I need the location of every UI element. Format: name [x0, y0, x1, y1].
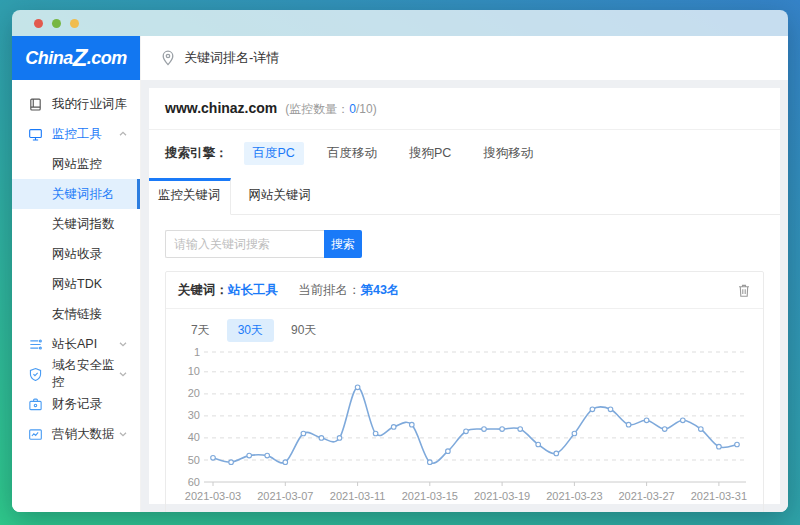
- chevron-down-icon: [118, 429, 128, 439]
- keyword-value: 站长工具: [228, 282, 278, 299]
- svg-text:2021-03-15: 2021-03-15: [402, 490, 458, 502]
- breadcrumb: 关键词排名-详情: [184, 49, 279, 67]
- svg-text:2021-03-23: 2021-03-23: [546, 490, 602, 502]
- svg-text:50: 50: [188, 454, 200, 466]
- engine-option-baidu-mobile[interactable]: 百度移动: [318, 142, 386, 165]
- keyword-card-header: 关键词： 站长工具 当前排名： 第43名: [166, 272, 763, 309]
- sidebar-item-keyword-index[interactable]: 关键词指数: [12, 209, 140, 239]
- range-90d-button[interactable]: 90天: [280, 319, 327, 342]
- delete-keyword-button[interactable]: [737, 283, 751, 298]
- chevron-down-icon: [118, 339, 128, 349]
- logo-text: China: [25, 48, 73, 69]
- sidebar-item-label: 监控工具: [52, 126, 102, 143]
- app-window: ChinaZ.com 我的行业词库 监控工具: [12, 10, 788, 512]
- svg-text:2021-03-31: 2021-03-31: [691, 490, 747, 502]
- shield-icon: [28, 366, 44, 382]
- sidebar-item-keyword-rank[interactable]: 关键词排名: [12, 179, 140, 209]
- sidebar-item-friend-links[interactable]: 友情链接: [12, 299, 140, 329]
- logo-text-suffix: .com: [87, 48, 127, 69]
- marketing-icon: [28, 426, 44, 442]
- api-icon: [28, 336, 44, 352]
- close-window-dot[interactable]: [34, 19, 43, 28]
- site-header: www.chinaz.com (监控数量：0/10): [149, 88, 780, 130]
- sidebar-item-label: 营销大数据: [52, 426, 115, 443]
- sidebar-item-label: 财务记录: [52, 396, 102, 413]
- app-body: ChinaZ.com 我的行业词库 监控工具: [12, 36, 788, 512]
- svg-text:2021-03-11: 2021-03-11: [330, 490, 385, 502]
- main-panel: www.chinaz.com (监控数量：0/10) 搜索引擎： 百度PC 百度…: [149, 88, 780, 504]
- sidebar-item-domain-security[interactable]: 域名安全监控: [12, 359, 140, 389]
- range-30d-button[interactable]: 30天: [227, 319, 274, 342]
- sidebar-item-industry-lexicon[interactable]: 我的行业词库: [12, 89, 140, 119]
- book-icon: [28, 96, 44, 112]
- window-titlebar: [12, 10, 788, 36]
- sidebar-item-finance-records[interactable]: 财务记录: [12, 389, 140, 419]
- svg-text:10: 10: [188, 365, 200, 377]
- svg-text:2021-03-07: 2021-03-07: [257, 490, 313, 502]
- sidebar-item-label: 我的行业词库: [52, 96, 127, 113]
- engine-option-baidu-pc[interactable]: 百度PC: [244, 142, 304, 165]
- maximize-window-dot[interactable]: [70, 19, 79, 28]
- location-pin-icon: [161, 50, 175, 66]
- sidebar-item-webmaster-api[interactable]: 站长API: [12, 329, 140, 359]
- minimize-window-dot[interactable]: [52, 19, 61, 28]
- svg-text:2021-03-27: 2021-03-27: [618, 490, 674, 502]
- svg-text:30: 30: [188, 409, 200, 421]
- logo-z: Z: [73, 49, 87, 67]
- sidebar-item-monitor-tools[interactable]: 监控工具: [12, 119, 140, 149]
- current-rank-label: 当前排名：: [298, 282, 361, 299]
- svg-text:40: 40: [188, 431, 200, 443]
- chevron-up-icon: [118, 129, 128, 139]
- search-engine-row: 搜索引擎： 百度PC 百度移动 搜狗PC 搜狗移动: [149, 130, 780, 175]
- keyword-tabs: 监控关键词 网站关键词: [149, 178, 780, 215]
- current-rank-value: 第43名: [361, 282, 400, 299]
- search-button[interactable]: 搜索: [324, 230, 362, 258]
- engine-option-sogou-pc[interactable]: 搜狗PC: [400, 142, 460, 165]
- tab-monitored-keywords[interactable]: 监控关键词: [149, 178, 231, 215]
- site-domain: www.chinaz.com: [165, 100, 277, 116]
- monitor-icon: [28, 126, 44, 142]
- wallet-icon: [28, 396, 44, 412]
- keyword-label: 关键词：: [178, 282, 228, 299]
- keyword-card: 关键词： 站长工具 当前排名： 第43名 7天 30天 90天: [165, 271, 764, 512]
- sidebar-item-marketing-bigdata[interactable]: 营销大数据: [12, 419, 140, 449]
- sidebar-item-site-tdk[interactable]: 网站TDK: [12, 269, 140, 299]
- search-engine-label: 搜索引擎：: [165, 145, 228, 162]
- sidebar-item-site-monitor[interactable]: 网站监控: [12, 149, 140, 179]
- rank-trend-chart: 11020304050602021-03-032021-03-072021-03…: [166, 342, 763, 512]
- svg-text:2021-03-19: 2021-03-19: [474, 490, 530, 502]
- sidebar-item-label: 域名安全监控: [52, 357, 118, 391]
- svg-text:1: 1: [194, 346, 200, 358]
- chinaz-logo[interactable]: ChinaZ.com: [12, 36, 140, 80]
- monitor-count: (监控数量：0/10): [285, 101, 376, 118]
- content-area: www.chinaz.com (监控数量：0/10) 搜索引擎： 百度PC 百度…: [141, 80, 788, 512]
- sidebar: 我的行业词库 监控工具 网站监控 关键词排名 关键词指数 网站收录 网站TDK …: [12, 80, 140, 512]
- chevron-down-icon: [118, 369, 128, 379]
- main-column: 关键词排名-详情 www.chinaz.com (监控数量：0/10) 搜索引擎…: [141, 36, 788, 512]
- time-range-selector: 7天 30天 90天: [166, 309, 763, 342]
- left-column: ChinaZ.com 我的行业词库 监控工具: [12, 36, 141, 512]
- breadcrumb-bar: 关键词排名-详情: [141, 36, 788, 80]
- keyword-search-input[interactable]: [165, 230, 324, 258]
- sidebar-item-site-inclusion[interactable]: 网站收录: [12, 239, 140, 269]
- engine-option-sogou-mobile[interactable]: 搜狗移动: [474, 142, 542, 165]
- tab-site-keywords[interactable]: 网站关键词: [231, 178, 330, 214]
- svg-text:2021-03-03: 2021-03-03: [185, 490, 241, 502]
- svg-text:60: 60: [188, 476, 200, 488]
- svg-text:20: 20: [188, 387, 200, 399]
- sidebar-item-label: 站长API: [52, 336, 97, 353]
- keyword-search-row: 搜索: [165, 230, 764, 258]
- range-7d-button[interactable]: 7天: [180, 319, 221, 342]
